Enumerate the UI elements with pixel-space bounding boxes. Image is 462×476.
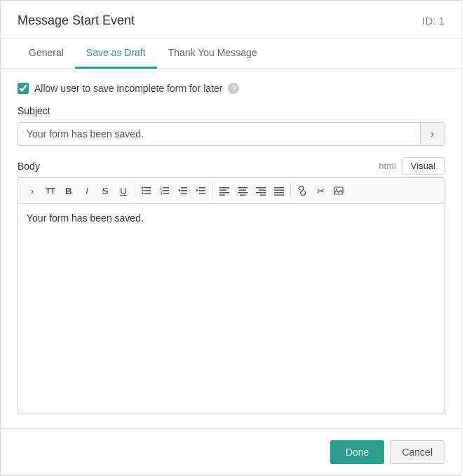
svg-rect-13 bbox=[181, 190, 187, 191]
svg-point-3 bbox=[142, 187, 143, 189]
body-section: Body html Visual › TT B I S U bbox=[18, 157, 444, 414]
subject-input[interactable] bbox=[18, 123, 420, 145]
svg-rect-0 bbox=[144, 187, 151, 189]
toolbar-scissors-btn[interactable]: ✂ bbox=[312, 182, 329, 199]
svg-rect-34 bbox=[274, 192, 284, 193]
view-toggle: html Visual bbox=[379, 157, 444, 175]
view-html-toggle[interactable]: html bbox=[379, 161, 396, 171]
svg-rect-24 bbox=[238, 187, 247, 189]
tab-general[interactable]: General bbox=[18, 39, 75, 69]
toolbar-align-right-btn[interactable] bbox=[252, 182, 269, 199]
svg-rect-17 bbox=[199, 190, 205, 191]
svg-rect-28 bbox=[256, 187, 266, 189]
svg-rect-16 bbox=[199, 187, 205, 189]
body-header: Body html Visual bbox=[18, 157, 444, 175]
subject-field: Subject › bbox=[18, 105, 444, 146]
modal-title: Message Start Event bbox=[18, 13, 135, 28]
toolbar-align-left-btn[interactable] bbox=[216, 182, 233, 199]
toolbar-sep-1 bbox=[135, 184, 135, 197]
svg-rect-18 bbox=[199, 193, 205, 194]
svg-rect-23 bbox=[219, 195, 225, 196]
allow-save-label: Allow user to save incomplete form for l… bbox=[34, 83, 222, 94]
toolbar-sep-3 bbox=[290, 184, 291, 197]
done-button[interactable]: Done bbox=[330, 440, 384, 464]
help-icon[interactable]: ? bbox=[228, 83, 239, 94]
svg-point-38 bbox=[336, 189, 337, 190]
svg-rect-2 bbox=[144, 193, 151, 194]
svg-marker-19 bbox=[196, 189, 198, 192]
modal-content: Allow user to save incomplete form for l… bbox=[1, 69, 461, 428]
toolbar-italic-btn[interactable]: I bbox=[79, 182, 95, 199]
svg-point-5 bbox=[142, 193, 143, 194]
tab-save-as-draft[interactable]: Save as Draft bbox=[75, 39, 157, 69]
subject-label: Subject bbox=[18, 105, 444, 116]
svg-rect-30 bbox=[256, 192, 266, 193]
tab-bar: General Save as Draft Thank You Message bbox=[1, 39, 461, 69]
svg-line-36 bbox=[301, 189, 304, 192]
svg-rect-14 bbox=[181, 193, 187, 194]
tab-thank-you-message[interactable]: Thank You Message bbox=[157, 39, 269, 69]
svg-rect-20 bbox=[219, 187, 229, 189]
svg-rect-29 bbox=[259, 190, 266, 191]
toolbar-image-btn[interactable] bbox=[330, 182, 347, 199]
svg-rect-31 bbox=[260, 195, 266, 196]
editor-toolbar: › TT B I S U 1.2.3. bbox=[18, 178, 444, 204]
subject-input-wrap: › bbox=[18, 122, 444, 146]
toolbar-ul-btn[interactable] bbox=[138, 182, 155, 199]
toolbar-underline-btn[interactable]: U bbox=[115, 182, 132, 199]
svg-rect-12 bbox=[181, 187, 187, 189]
editor-wrap: › TT B I S U 1.2.3. bbox=[18, 177, 444, 414]
subject-expand-button[interactable]: › bbox=[420, 123, 444, 145]
svg-rect-1 bbox=[144, 190, 151, 191]
toolbar-tt-btn[interactable]: TT bbox=[42, 182, 59, 199]
editor-content[interactable]: Your form has been saved. bbox=[18, 204, 444, 414]
view-visual-toggle[interactable]: Visual bbox=[402, 157, 444, 175]
modal: Message Start Event ID: 1 General Save a… bbox=[0, 0, 462, 476]
toolbar-strikethrough-btn[interactable]: S bbox=[97, 182, 114, 199]
svg-rect-26 bbox=[238, 192, 247, 193]
svg-text:3.: 3. bbox=[161, 192, 163, 196]
toolbar-outdent-btn[interactable] bbox=[175, 182, 191, 199]
toolbar-link-btn[interactable] bbox=[294, 182, 311, 199]
svg-rect-25 bbox=[239, 190, 246, 191]
svg-rect-32 bbox=[274, 187, 284, 189]
toolbar-expand-btn[interactable]: › bbox=[24, 182, 41, 199]
toolbar-indent-btn[interactable] bbox=[193, 182, 210, 199]
toolbar-ol-btn[interactable]: 1.2.3. bbox=[156, 182, 173, 199]
modal-header: Message Start Event ID: 1 bbox=[1, 1, 461, 39]
cancel-button[interactable]: Cancel bbox=[390, 440, 444, 464]
toolbar-sep-2 bbox=[212, 184, 213, 197]
svg-rect-6 bbox=[163, 187, 169, 189]
toolbar-bold-btn[interactable]: B bbox=[60, 182, 77, 199]
allow-save-checkbox[interactable] bbox=[18, 83, 29, 94]
svg-rect-21 bbox=[219, 190, 226, 191]
svg-rect-33 bbox=[274, 190, 284, 191]
svg-marker-15 bbox=[178, 189, 180, 192]
svg-rect-8 bbox=[163, 193, 169, 194]
svg-rect-35 bbox=[274, 195, 284, 196]
modal-id: ID: 1 bbox=[422, 15, 444, 27]
svg-rect-27 bbox=[240, 195, 245, 196]
toolbar-align-center-btn[interactable] bbox=[234, 182, 251, 199]
svg-rect-22 bbox=[219, 192, 229, 193]
svg-rect-7 bbox=[163, 190, 169, 191]
toolbar-align-justify-btn[interactable] bbox=[271, 182, 287, 199]
body-label: Body bbox=[18, 161, 40, 172]
modal-footer: Done Cancel bbox=[1, 428, 461, 475]
allow-save-row: Allow user to save incomplete form for l… bbox=[18, 83, 444, 94]
svg-point-4 bbox=[142, 190, 143, 191]
